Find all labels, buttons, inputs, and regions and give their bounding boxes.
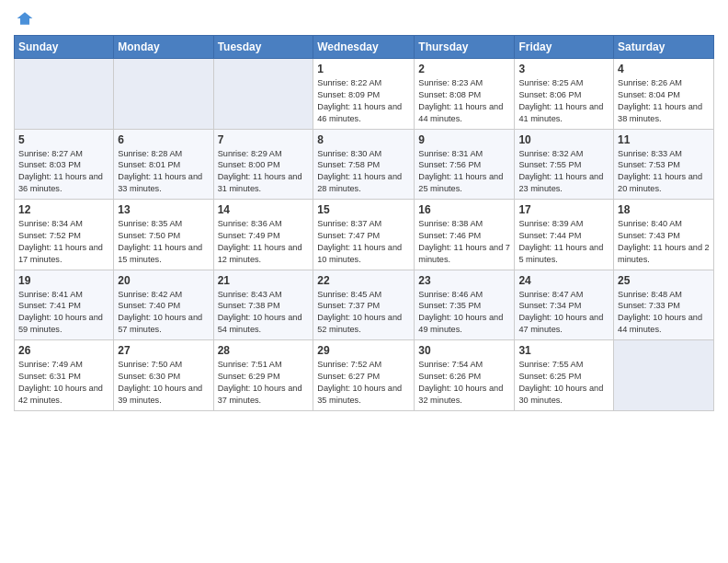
day-number: 2 [418,63,510,75]
calendar-cell: 7 Sunrise: 8:29 AM Sunset: 8:00 PM Dayli… [213,129,313,200]
day-info: Sunrise: 8:45 AM Sunset: 7:37 PM Dayligh… [317,289,410,337]
daylight: Daylight: 10 hours and 52 minutes. [317,313,402,334]
day-info: Sunrise: 8:37 AM Sunset: 7:47 PM Dayligh… [317,218,410,266]
daylight: Daylight: 11 hours and 44 minutes. [418,102,503,123]
calendar-week-row: 5 Sunrise: 8:27 AM Sunset: 8:03 PM Dayli… [15,129,714,200]
sunrise: Sunrise: 8:25 AM [518,78,583,87]
daylight: Daylight: 11 hours and 17 minutes. [18,243,103,264]
day-number: 13 [118,203,209,216]
day-info: Sunrise: 8:30 AM Sunset: 7:58 PM Dayligh… [317,148,410,196]
sunset: Sunset: 7:44 PM [518,231,581,240]
daylight: Daylight: 10 hours and 30 minutes. [518,384,603,405]
day-info: Sunrise: 7:55 AM Sunset: 6:25 PM Dayligh… [518,359,609,407]
sunrise: Sunrise: 8:41 AM [18,290,83,299]
daylight: Daylight: 11 hours and 41 minutes. [518,102,603,123]
calendar-cell: 26 Sunrise: 7:49 AM Sunset: 6:31 PM Dayl… [15,340,114,411]
calendar-cell: 27 Sunrise: 7:50 AM Sunset: 6:30 PM Dayl… [114,340,213,411]
sunset: Sunset: 7:53 PM [618,160,680,169]
sunrise: Sunrise: 8:37 AM [317,219,381,228]
calendar-cell [15,59,114,130]
sunset: Sunset: 7:40 PM [118,301,180,310]
day-info: Sunrise: 8:35 AM Sunset: 7:50 PM Dayligh… [118,218,209,266]
daylight: Daylight: 10 hours and 39 minutes. [118,384,202,405]
day-info: Sunrise: 7:54 AM Sunset: 6:26 PM Dayligh… [418,359,510,407]
sunrise: Sunrise: 7:54 AM [418,360,483,369]
day-info: Sunrise: 8:26 AM Sunset: 8:04 PM Dayligh… [618,77,710,125]
day-info: Sunrise: 8:23 AM Sunset: 8:08 PM Dayligh… [418,77,510,125]
calendar-cell: 29 Sunrise: 7:52 AM Sunset: 6:27 PM Dayl… [313,340,415,411]
sunrise: Sunrise: 8:43 AM [218,290,282,299]
calendar-cell: 9 Sunrise: 8:31 AM Sunset: 7:56 PM Dayli… [415,129,515,200]
daylight: Daylight: 11 hours and 10 minutes. [317,243,402,264]
sunset: Sunset: 8:06 PM [518,90,581,99]
sunset: Sunset: 6:26 PM [418,372,481,381]
day-info: Sunrise: 8:46 AM Sunset: 7:35 PM Dayligh… [418,289,510,337]
day-number: 20 [118,274,209,287]
day-number: 23 [418,274,510,287]
calendar-cell: 6 Sunrise: 8:28 AM Sunset: 8:01 PM Dayli… [114,129,213,200]
calendar-cell: 20 Sunrise: 8:42 AM Sunset: 7:40 PM Dayl… [114,270,213,340]
daylight: Daylight: 11 hours and 28 minutes. [317,172,402,193]
calendar-cell [213,59,313,130]
sunrise: Sunrise: 8:30 AM [317,149,381,158]
day-number: 10 [518,133,609,146]
weekday-header-row: SundayMondayTuesdayWednesdayThursdayFrid… [15,36,714,59]
sunset: Sunset: 7:55 PM [518,160,581,169]
sunrise: Sunrise: 8:34 AM [18,219,83,228]
sunrise: Sunrise: 8:23 AM [418,78,483,87]
calendar-cell: 23 Sunrise: 8:46 AM Sunset: 7:35 PM Dayl… [415,270,515,340]
calendar-cell: 3 Sunrise: 8:25 AM Sunset: 8:06 PM Dayli… [515,59,614,130]
daylight: Daylight: 11 hours and 7 minutes. [418,243,510,264]
day-number: 27 [118,344,209,357]
daylight: Daylight: 11 hours and 5 minutes. [518,243,603,264]
day-info: Sunrise: 7:51 AM Sunset: 6:29 PM Dayligh… [218,359,310,407]
calendar-cell: 21 Sunrise: 8:43 AM Sunset: 7:38 PM Dayl… [213,270,313,340]
calendar-cell: 25 Sunrise: 8:48 AM Sunset: 7:33 PM Dayl… [614,270,714,340]
day-number: 31 [518,344,609,357]
header [14,9,714,28]
day-info: Sunrise: 8:29 AM Sunset: 8:00 PM Dayligh… [218,148,310,196]
day-info: Sunrise: 8:32 AM Sunset: 7:55 PM Dayligh… [518,148,609,196]
calendar-cell: 31 Sunrise: 7:55 AM Sunset: 6:25 PM Dayl… [515,340,614,411]
day-number: 26 [18,344,109,357]
sunset: Sunset: 6:25 PM [518,372,581,381]
weekday-header: Thursday [415,36,515,59]
weekday-header: Tuesday [213,36,313,59]
sunrise: Sunrise: 7:55 AM [518,360,583,369]
calendar-cell: 13 Sunrise: 8:35 AM Sunset: 7:50 PM Dayl… [114,200,213,270]
daylight: Daylight: 10 hours and 44 minutes. [618,313,702,334]
day-number: 16 [418,203,510,216]
sunset: Sunset: 7:50 PM [118,231,180,240]
sunset: Sunset: 7:52 PM [18,231,81,240]
daylight: Daylight: 11 hours and 15 minutes. [118,243,202,264]
page: SundayMondayTuesdayWednesdayThursdayFrid… [0,0,728,420]
calendar-week-row: 19 Sunrise: 8:41 AM Sunset: 7:41 PM Dayl… [15,270,714,340]
calendar-cell: 18 Sunrise: 8:40 AM Sunset: 7:43 PM Dayl… [614,200,714,270]
sunset: Sunset: 8:04 PM [618,90,680,99]
day-info: Sunrise: 8:48 AM Sunset: 7:33 PM Dayligh… [618,289,710,337]
day-number: 6 [118,133,209,146]
calendar-cell [614,340,714,411]
day-info: Sunrise: 8:31 AM Sunset: 7:56 PM Dayligh… [418,148,510,196]
day-info: Sunrise: 8:25 AM Sunset: 8:06 PM Dayligh… [518,77,609,125]
day-info: Sunrise: 8:41 AM Sunset: 7:41 PM Dayligh… [18,289,109,337]
sunrise: Sunrise: 8:35 AM [118,219,182,228]
day-info: Sunrise: 8:38 AM Sunset: 7:46 PM Dayligh… [418,218,510,266]
day-info: Sunrise: 7:50 AM Sunset: 6:30 PM Dayligh… [118,359,209,407]
daylight: Daylight: 10 hours and 37 minutes. [218,384,302,405]
sunrise: Sunrise: 8:38 AM [418,219,483,228]
calendar-cell: 5 Sunrise: 8:27 AM Sunset: 8:03 PM Dayli… [15,129,114,200]
day-number: 19 [18,274,109,287]
daylight: Daylight: 10 hours and 59 minutes. [18,313,103,334]
sunrise: Sunrise: 7:50 AM [118,360,182,369]
sunrise: Sunrise: 8:36 AM [218,219,282,228]
calendar-cell: 15 Sunrise: 8:37 AM Sunset: 7:47 PM Dayl… [313,200,415,270]
sunrise: Sunrise: 7:52 AM [317,360,381,369]
logo [14,9,34,28]
sunrise: Sunrise: 8:27 AM [18,149,83,158]
calendar-week-row: 12 Sunrise: 8:34 AM Sunset: 7:52 PM Dayl… [15,200,714,270]
calendar-cell: 8 Sunrise: 8:30 AM Sunset: 7:58 PM Dayli… [313,129,415,200]
daylight: Daylight: 10 hours and 35 minutes. [317,384,402,405]
day-number: 21 [218,274,310,287]
calendar-cell: 14 Sunrise: 8:36 AM Sunset: 7:49 PM Dayl… [213,200,313,270]
